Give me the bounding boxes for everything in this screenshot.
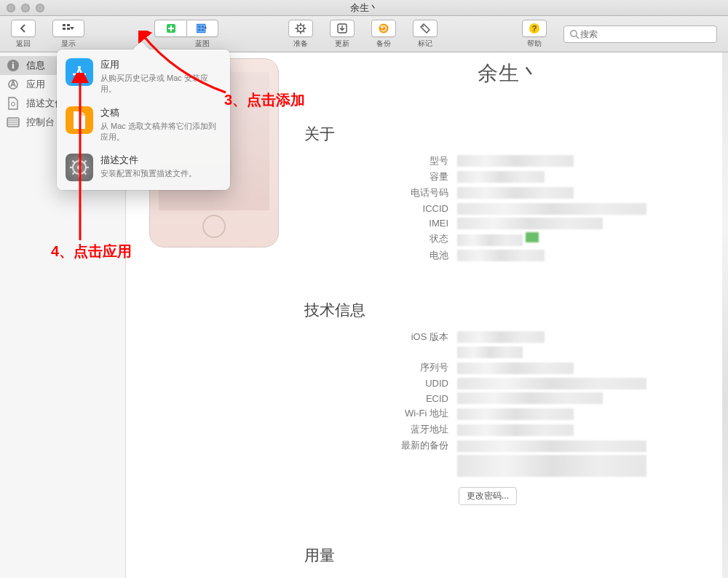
document-icon <box>66 106 93 134</box>
appstore-icon <box>66 58 93 86</box>
prepare-label: 准备 <box>293 39 308 49</box>
row-bt: 蓝牙地址 <box>304 421 654 438</box>
row-wifi: Wi-Fi 地址 <box>304 405 654 421</box>
device-title: 余生丶 <box>290 60 728 87</box>
zoom-window-icon[interactable] <box>36 4 44 12</box>
row-udid: UDID <box>304 376 654 391</box>
svg-rect-3 <box>67 28 70 30</box>
row-imei: IMEI <box>304 216 654 231</box>
sidebar-item-label: 信息 <box>26 59 45 72</box>
right-edge-blur <box>722 52 728 578</box>
value-backup <box>457 438 654 454</box>
popover-item-apps[interactable]: 应用 从购买历史记录或 Mac 安装应用。 <box>57 52 230 100</box>
row-capacity: 容量 <box>304 169 654 185</box>
svg-line-14 <box>304 31 305 32</box>
value-imei <box>457 216 654 231</box>
add-button[interactable] <box>154 20 186 37</box>
tech-table: iOS 版本 序列号 UDID ECID Wi-Fi 地址 蓝牙地址 最新的备份 <box>304 329 654 479</box>
refresh-icon <box>378 23 389 34</box>
traffic-lights <box>7 4 44 12</box>
back-button[interactable] <box>11 20 36 37</box>
search-input[interactable] <box>580 29 712 39</box>
svg-point-33 <box>77 165 82 170</box>
blueprint-button[interactable] <box>186 20 218 37</box>
backup-label: 备份 <box>376 39 391 49</box>
update-button[interactable] <box>330 20 355 37</box>
add-label <box>154 39 186 49</box>
add-popover: 应用 从购买历史记录或 Mac 安装应用。 文稿 从 Mac 选取文稿并将它们添… <box>57 50 230 190</box>
help-label: 帮助 <box>527 39 542 49</box>
usage-heading: 用量 <box>304 545 728 566</box>
value-ios <box>457 329 654 345</box>
row-ecid: ECID <box>304 391 654 406</box>
change-password-button[interactable]: 更改密码... <box>459 487 517 505</box>
row-spacer <box>304 345 654 360</box>
svg-line-16 <box>304 24 305 25</box>
chevron-left-icon <box>17 23 29 34</box>
row-ios: iOS 版本 <box>304 329 654 345</box>
view-button[interactable] <box>52 20 84 37</box>
help-icon: ? <box>529 23 540 34</box>
tool-help-group: ? 帮助 <box>522 20 547 49</box>
row-backup2 <box>304 454 654 478</box>
popover-profile-title: 描述文件 <box>100 154 197 167</box>
svg-rect-0 <box>63 24 66 26</box>
plus-icon <box>165 23 177 34</box>
console-icon <box>7 116 20 129</box>
popover-item-profile[interactable]: 描述文件 安装配置和预置描述文件。 <box>57 148 230 187</box>
svg-rect-2 <box>63 28 66 30</box>
tool-backup-group: 备份 <box>371 20 396 49</box>
value-phone <box>457 185 654 201</box>
toolbar: 返回 显示 蓝图 <box>0 16 728 52</box>
tool-tag-group: 标记 <box>413 20 438 49</box>
device-home-button <box>202 215 226 238</box>
prepare-button[interactable] <box>288 20 313 37</box>
value-battery <box>457 248 654 264</box>
row-phone: 电话号码 <box>304 185 654 201</box>
svg-point-22 <box>571 30 577 36</box>
value-capacity <box>457 169 654 185</box>
svg-rect-1 <box>67 24 70 26</box>
tool-update-group: 更新 <box>330 20 355 49</box>
svg-point-27 <box>12 103 15 106</box>
value-bt <box>457 421 654 438</box>
tool-back-group: 返回 <box>11 20 36 49</box>
svg-line-13 <box>297 24 298 25</box>
profile-file-icon <box>7 97 20 110</box>
svg-line-23 <box>576 36 579 39</box>
popover-profile-desc: 安装配置和预置描述文件。 <box>100 168 197 179</box>
row-iccid: ICCID <box>304 201 654 216</box>
svg-line-38 <box>73 161 75 163</box>
help-button[interactable]: ? <box>522 20 547 37</box>
tag-icon <box>419 23 431 34</box>
update-label: 更新 <box>335 39 349 49</box>
popover-docs-desc: 从 Mac 选取文稿并将它们添加到应用。 <box>100 121 221 143</box>
window-title: 余生丶 <box>350 1 379 15</box>
svg-text:?: ? <box>532 24 537 33</box>
tool-add-blueprint-group: 蓝图 <box>154 20 218 49</box>
popover-item-docs[interactable]: 文稿 从 Mac 选取文稿并将它们添加到应用。 <box>57 100 230 149</box>
blueprint-icon <box>197 23 208 34</box>
svg-line-15 <box>297 31 298 32</box>
tag-button[interactable] <box>413 20 438 37</box>
row-battery: 电池 <box>304 248 654 264</box>
value-model <box>457 153 654 169</box>
backup-button[interactable] <box>371 20 396 37</box>
search-icon <box>569 28 580 40</box>
svg-line-41 <box>84 161 87 163</box>
search-field[interactable] <box>563 25 717 43</box>
value-wifi <box>457 405 654 421</box>
grid-icon <box>63 23 74 34</box>
close-window-icon[interactable] <box>7 4 15 12</box>
tool-view-group: 显示 <box>52 20 84 49</box>
svg-point-18 <box>379 23 389 33</box>
svg-line-40 <box>73 173 75 175</box>
minimize-window-icon[interactable] <box>21 4 30 12</box>
row-backup: 最新的备份 <box>304 438 654 454</box>
row-model: 型号 <box>304 153 654 169</box>
row-state: 状态 <box>304 231 654 248</box>
value-state <box>457 231 654 248</box>
download-icon <box>336 23 348 34</box>
svg-point-19 <box>422 25 424 27</box>
svg-line-39 <box>84 173 87 175</box>
